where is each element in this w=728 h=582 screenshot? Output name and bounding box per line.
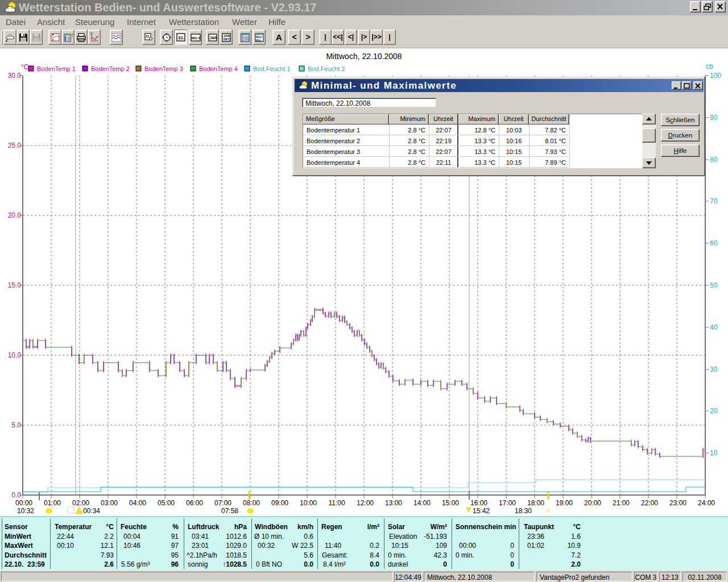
svg-text:10:32: 10:32 — [17, 507, 34, 515]
svg-text:BodenTemp 4: BodenTemp 4 — [199, 65, 238, 72]
svg-text:11:00: 11:00 — [328, 499, 345, 507]
svg-text:02:00: 02:00 — [72, 499, 89, 507]
svg-text:70: 70 — [710, 197, 718, 205]
svg-text:0.0: 0.0 — [11, 491, 21, 499]
svg-text:16:00: 16:00 — [470, 499, 487, 507]
svg-text:03:00: 03:00 — [101, 499, 118, 507]
svg-text:30: 30 — [710, 365, 718, 373]
svg-text:31: 31 — [146, 35, 150, 38]
svg-text:50: 50 — [710, 281, 718, 289]
svg-text:15:42: 15:42 — [473, 507, 490, 515]
svg-text:BodenTemp 2: BodenTemp 2 — [91, 65, 130, 72]
svg-text:MO-SU: MO-SU — [192, 36, 201, 40]
svg-text:17:00: 17:00 — [499, 499, 516, 507]
svg-text:05:00: 05:00 — [158, 499, 175, 507]
svg-text:14:00: 14:00 — [413, 499, 431, 507]
svg-text:04:00: 04:00 — [129, 499, 146, 507]
svg-text:21:00: 21:00 — [613, 499, 630, 507]
svg-text:Bod.Feucht 1: Bod.Feucht 1 — [253, 65, 290, 72]
svg-text:10.0: 10.0 — [8, 351, 22, 359]
svg-text:BodenTemp 3: BodenTemp 3 — [144, 65, 183, 72]
svg-text:°C: °C — [21, 63, 29, 71]
svg-text:31.: 31. — [178, 35, 184, 40]
svg-text:DEC: DEC — [224, 38, 230, 41]
svg-text:00:34: 00:34 — [83, 507, 100, 515]
svg-text:24:00: 24:00 — [698, 499, 715, 507]
svg-text:15:00: 15:00 — [442, 499, 459, 507]
svg-text:01:00: 01:00 — [44, 499, 61, 507]
svg-text:19:00: 19:00 — [556, 499, 573, 507]
svg-text:Mittwoch, 22.10.2008: Mittwoch, 22.10.2008 — [326, 52, 402, 61]
svg-text:10:00: 10:00 — [300, 499, 317, 507]
svg-text:30.0: 30.0 — [8, 72, 22, 80]
svg-text:00:00: 00:00 — [15, 499, 32, 507]
svg-text:40: 40 — [710, 323, 718, 331]
svg-text:Bod.Feucht 2: Bod.Feucht 2 — [308, 65, 345, 72]
svg-text:20.0: 20.0 — [8, 211, 22, 219]
svg-text:23:00: 23:00 — [669, 499, 686, 507]
svg-text:100: 100 — [710, 72, 721, 80]
svg-text:09:00: 09:00 — [271, 499, 288, 507]
svg-text:90: 90 — [710, 114, 718, 122]
svg-text:08:00: 08:00 — [243, 499, 260, 507]
svg-text:10: 10 — [710, 449, 718, 457]
svg-text:20: 20 — [710, 407, 718, 415]
svg-text:06:00: 06:00 — [186, 499, 203, 507]
svg-text:5.0: 5.0 — [11, 421, 21, 429]
svg-text:07:00: 07:00 — [214, 499, 231, 507]
svg-text:18:00: 18:00 — [527, 499, 544, 507]
svg-text:12:00: 12:00 — [357, 499, 374, 507]
svg-text:22:00: 22:00 — [641, 499, 658, 507]
svg-text:80: 80 — [710, 156, 718, 164]
svg-text:60: 60 — [710, 239, 718, 247]
svg-text:18:30: 18:30 — [515, 507, 532, 515]
svg-text:BodenTemp 1: BodenTemp 1 — [37, 65, 76, 72]
svg-text:15.0: 15.0 — [8, 281, 22, 289]
svg-text:JAN: JAN — [210, 36, 217, 40]
svg-text:20:00: 20:00 — [584, 499, 601, 507]
svg-text:25.0: 25.0 — [8, 142, 22, 149]
svg-text:Min: Min — [256, 39, 262, 42]
svg-text:13:00: 13:00 — [385, 499, 402, 507]
svg-text:cb: cb — [706, 63, 713, 70]
svg-text:07:58: 07:58 — [221, 507, 238, 515]
